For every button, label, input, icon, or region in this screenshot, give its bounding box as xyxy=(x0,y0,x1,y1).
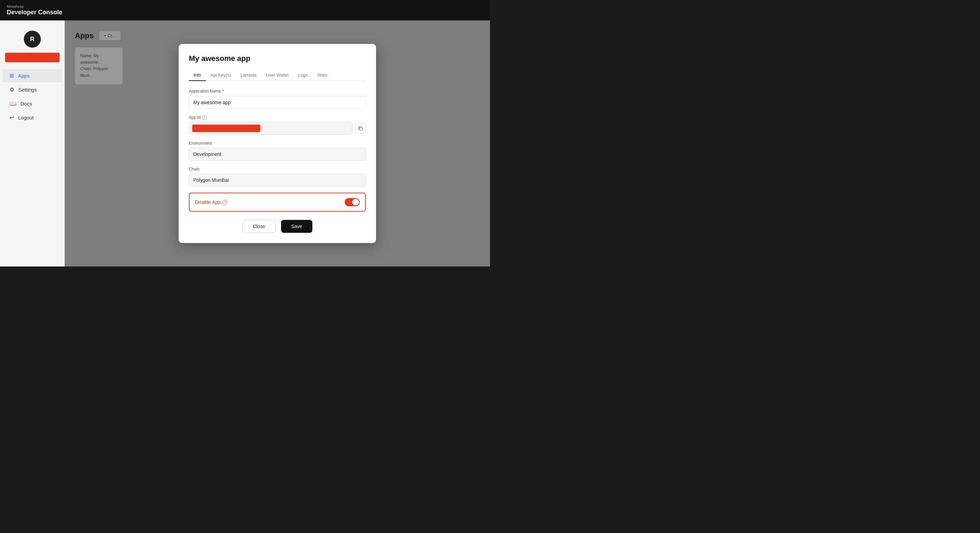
required-indicator: * xyxy=(222,89,224,94)
app-id-input-wrap xyxy=(189,122,352,135)
form-group-chain: Chain xyxy=(189,167,366,186)
app-id-help-icon[interactable]: ? xyxy=(202,115,207,120)
environment-label: Environment xyxy=(189,141,366,146)
copy-icon[interactable] xyxy=(355,123,366,134)
disable-app-toggle[interactable] xyxy=(345,198,360,206)
tab-logs[interactable]: Logs xyxy=(293,70,312,81)
sidebar-item-logout-label: Logout xyxy=(18,115,34,121)
tab-info[interactable]: Info xyxy=(189,70,206,81)
sidebar-item-settings-label: Settings xyxy=(18,87,37,92)
disable-app-label: Disable App ? xyxy=(195,199,227,205)
apps-icon: ⊞ xyxy=(10,73,14,79)
sidebar-item-settings[interactable]: ⚙ Settings xyxy=(3,83,62,96)
modal-footer: Close Save xyxy=(189,220,366,233)
toggle-knob xyxy=(352,199,359,205)
sidebar-item-apps-label: Apps xyxy=(18,73,30,79)
sidebar-nav: ⊞ Apps ⚙ Settings 📖 Docs ↩ Logout xyxy=(0,69,65,124)
docs-icon: 📖 xyxy=(10,100,16,107)
save-button[interactable]: Save xyxy=(281,220,312,233)
brand-title: Developer Console xyxy=(7,9,62,16)
header: MetaKeep Developer Console xyxy=(0,0,490,21)
brand-meta: MetaKeep xyxy=(7,5,62,9)
form-group-app-name: Application Name * xyxy=(189,89,366,109)
sidebar-red-bar xyxy=(5,53,60,62)
avatar: R xyxy=(24,31,41,48)
sidebar: R ⊞ Apps ⚙ Settings 📖 Docs ↩ Logout xyxy=(0,21,65,266)
disable-app-box: Disable App ? xyxy=(189,193,366,212)
settings-icon: ⚙ xyxy=(10,86,14,93)
modal-tabs: Info Api Key(s) Lambda User Wallet Logs xyxy=(189,70,366,81)
form-group-environment: Environment xyxy=(189,141,366,161)
main-layout: R ⊞ Apps ⚙ Settings 📖 Docs ↩ Logout Ap xyxy=(0,21,490,266)
tab-lambda[interactable]: Lambda xyxy=(236,70,261,81)
modal: My awesome app Info Api Key(s) Lambda Us… xyxy=(179,44,376,243)
brand: MetaKeep Developer Console xyxy=(7,5,62,16)
close-button[interactable]: Close xyxy=(242,220,275,233)
avatar-letter: R xyxy=(30,36,35,43)
sidebar-item-apps[interactable]: ⊞ Apps xyxy=(3,69,62,83)
modal-title: My awesome app xyxy=(189,54,366,63)
app-name-label: Application Name * xyxy=(189,89,366,94)
logout-icon: ↩ xyxy=(10,115,14,121)
app-id-row xyxy=(189,122,366,135)
app-name-input[interactable] xyxy=(189,96,366,109)
chain-label: Chain xyxy=(189,167,366,172)
content-area: Apps + Cr... Name: My awesome... Chain: … xyxy=(65,21,490,266)
tab-userwallet[interactable]: User Wallet xyxy=(261,70,294,81)
tab-stats[interactable]: Stats xyxy=(313,70,332,81)
app-id-bar xyxy=(192,124,260,132)
svg-rect-0 xyxy=(360,127,363,130)
form-group-app-id: App Id ? xyxy=(189,115,366,135)
environment-input xyxy=(189,148,366,161)
tab-apikeys[interactable]: Api Key(s) xyxy=(206,70,236,81)
sidebar-item-logout[interactable]: ↩ Logout xyxy=(3,111,62,124)
modal-overlay: My awesome app Info Api Key(s) Lambda Us… xyxy=(65,21,490,266)
sidebar-item-docs[interactable]: 📖 Docs xyxy=(3,97,62,110)
chain-input xyxy=(189,173,366,186)
sidebar-item-docs-label: Docs xyxy=(21,101,32,107)
app-id-label: App Id ? xyxy=(189,115,366,120)
disable-app-help-icon[interactable]: ? xyxy=(223,200,227,205)
